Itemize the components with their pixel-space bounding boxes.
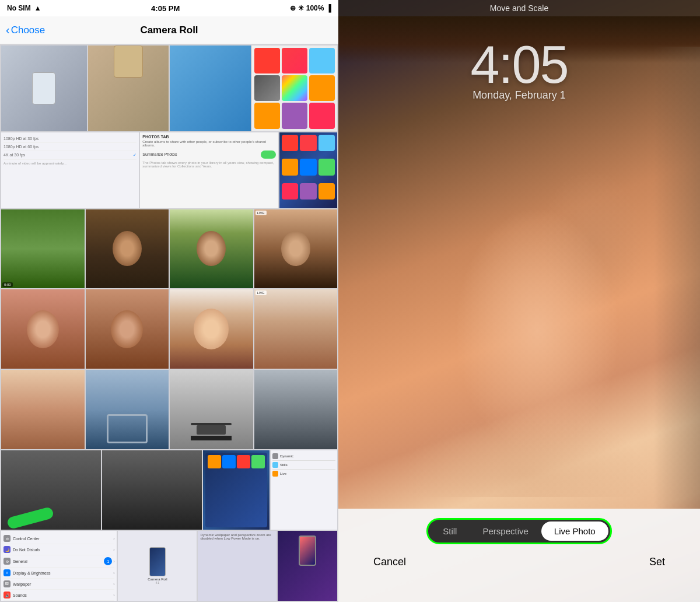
right-panel: Move and Scale 4:05 Monday, February 1 S… xyxy=(338,0,700,602)
status-left: No SIM ▲ xyxy=(7,4,41,12)
app-icon xyxy=(300,183,316,200)
move-scale-bar: Move and Scale xyxy=(338,0,700,16)
wallpaper-type-selector: Still Perspective Live Photo xyxy=(338,509,700,550)
battery-icon: ▐ xyxy=(326,4,331,12)
photo-cell[interactable] xyxy=(1,46,87,131)
app-icon xyxy=(282,183,298,200)
app-icon xyxy=(309,48,335,74)
photo-cell[interactable] xyxy=(102,450,202,530)
bluetooth-icon: ✳ xyxy=(298,4,304,12)
airplay-icon: ⊕ xyxy=(290,4,296,12)
grid-row-4: LIVE xyxy=(1,289,337,369)
photo-cell[interactable] xyxy=(1,370,85,449)
move-scale-label: Move and Scale xyxy=(490,4,548,13)
live-photo-button[interactable]: Live Photo xyxy=(541,522,608,541)
bottom-actions: Cancel Set xyxy=(338,550,700,580)
photo-cell[interactable] xyxy=(278,531,337,601)
app-icon xyxy=(282,159,298,175)
status-right: ⊕ ✳ 100% ▐ xyxy=(290,4,331,12)
live-badge: LIVE xyxy=(256,290,267,295)
grid-row-5 xyxy=(1,370,337,449)
grid-row-6: Dynamic Stills Live xyxy=(1,450,337,530)
carrier-label: No SIM xyxy=(7,4,31,12)
set-button[interactable]: Set xyxy=(649,556,665,568)
photo-cell[interactable]: 0:00 xyxy=(1,209,85,289)
lock-screen-date: Monday, February 1 xyxy=(338,89,700,102)
perspective-button[interactable]: Perspective xyxy=(470,522,541,541)
photo-cell[interactable] xyxy=(203,450,270,530)
photo-cell[interactable] xyxy=(86,370,169,449)
photo-cell[interactable] xyxy=(254,370,338,449)
wifi-icon: ▲ xyxy=(34,4,41,12)
app-icon xyxy=(300,159,316,175)
lock-screen-info: 4:05 Monday, February 1 xyxy=(338,35,700,102)
nav-title: Camera Roll xyxy=(140,24,198,36)
app-icon xyxy=(254,48,280,74)
photo-cell[interactable] xyxy=(170,370,253,449)
photo-cell[interactable]: 1080p HD at 30 fps 1080p HD at 60 fps 4K… xyxy=(1,132,139,208)
photo-cell[interactable]: LIVE xyxy=(254,289,338,369)
battery-label: 100% xyxy=(306,4,324,12)
back-label[interactable]: Choose xyxy=(11,24,46,36)
photo-cell[interactable] xyxy=(1,450,101,530)
app-icon xyxy=(282,103,307,128)
app-icon xyxy=(318,135,335,151)
app-icon xyxy=(282,48,307,74)
back-button[interactable]: ‹ Choose xyxy=(6,23,45,37)
status-time: 4:05 PM xyxy=(151,4,180,13)
camera-roll-nav: ‹ Choose Camera Roll xyxy=(0,16,338,44)
app-icon xyxy=(309,103,335,128)
photo-cell[interactable] xyxy=(88,46,169,131)
grid-row-2: 1080p HD at 30 fps 1080p HD at 60 fps 4K… xyxy=(1,132,337,208)
photo-grid-area: 1080p HD at 30 fps 1080p HD at 60 fps 4K… xyxy=(0,44,338,602)
photo-cell[interactable] xyxy=(86,209,169,289)
grid-row-7: ⚙ Control Center › 🌙 Do Not Disturb › xyxy=(1,531,337,601)
photo-cell[interactable] xyxy=(170,289,253,369)
grid-row-1 xyxy=(1,46,337,131)
photo-cell[interactable]: ⚙ Control Center › 🌙 Do Not Disturb › xyxy=(1,531,117,601)
photo-cell[interactable] xyxy=(170,46,251,131)
bottom-bar: Still Perspective Live Photo Cancel Set xyxy=(338,509,700,602)
app-icon xyxy=(254,103,280,128)
photo-cell[interactable]: LIVE xyxy=(254,209,338,289)
chevron-left-icon: ‹ xyxy=(6,23,10,37)
app-icon xyxy=(300,135,316,151)
app-icon xyxy=(318,159,335,175)
photo-cell[interactable] xyxy=(86,289,169,369)
hand-overlay xyxy=(350,380,700,497)
photo-cell[interactable]: Dynamic wallpaper and perspective zoom a… xyxy=(198,531,276,601)
app-icon xyxy=(282,75,307,101)
app-icon xyxy=(254,75,280,101)
lock-screen-time: 4:05 xyxy=(338,35,700,95)
left-panel: No SIM ▲ 4:05 PM ⊕ ✳ 100% ▐ ‹ Choose Cam… xyxy=(0,0,338,602)
still-button[interactable]: Still xyxy=(430,522,470,541)
app-icon xyxy=(282,135,298,151)
photo-cell[interactable] xyxy=(1,289,85,369)
live-badge: LIVE xyxy=(256,211,267,215)
photo-cell[interactable]: Camera Roll 41 xyxy=(118,531,197,601)
app-icon xyxy=(309,75,335,101)
cancel-button[interactable]: Cancel xyxy=(373,556,406,568)
grid-row-3: 0:00 LIVE xyxy=(1,209,337,289)
status-bar: No SIM ▲ 4:05 PM ⊕ ✳ 100% ▐ xyxy=(0,0,338,16)
photo-cell[interactable] xyxy=(252,46,338,131)
photo-cell[interactable]: PHOTOS TAB Create albums to share with o… xyxy=(140,132,278,208)
video-duration-badge: 0:00 xyxy=(2,282,13,287)
app-icon xyxy=(318,183,335,200)
photo-cell[interactable] xyxy=(279,132,337,208)
photo-grid: 1080p HD at 30 fps 1080p HD at 60 fps 4K… xyxy=(0,44,338,602)
photo-cell[interactable]: Dynamic Stills Live xyxy=(271,450,337,530)
photo-cell[interactable] xyxy=(170,209,253,289)
type-selector-group: Still Perspective Live Photo xyxy=(426,518,611,544)
